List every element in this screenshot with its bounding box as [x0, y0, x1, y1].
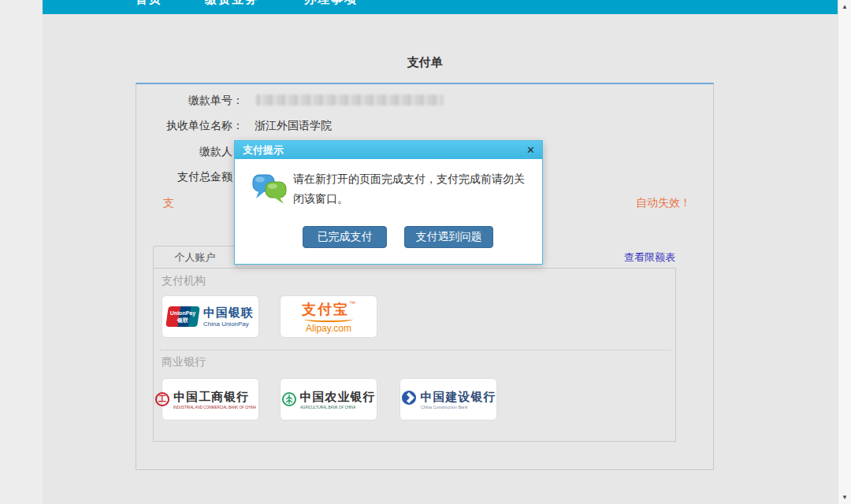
- abc-name-cn: 中国农业银行: [300, 390, 376, 405]
- alipay-trademark: ™: [349, 300, 355, 307]
- dialog-message: 请在新打开的页面完成支付，支付完成前请勿关闭该窗口。: [293, 169, 530, 209]
- unionpay-badge-cn: 银联: [167, 317, 199, 324]
- receiving-unit-value: 浙江外国语学院: [255, 119, 332, 133]
- page-scrollbar[interactable]: ▲ ▼: [838, 0, 851, 504]
- dialog-titlebar: 支付提示 ✕: [235, 141, 542, 159]
- icbc-logo-icon: 工: [155, 392, 169, 406]
- unionpay-logo-icon: UnionPay 银联: [165, 306, 200, 327]
- alipay-name-en: Alipay.com: [302, 323, 355, 334]
- icbc-name-en: INDUSTRIAL AND COMMERCIAL BANK OF CHINA: [173, 405, 256, 409]
- payer-label: 缴款人：: [136, 145, 243, 159]
- institutions-section-label: 支付机构: [162, 274, 206, 288]
- expiry-warning-fragment-left: 支: [163, 196, 174, 210]
- unionpay-badge-en: UnionPay: [167, 309, 199, 317]
- dialog-title: 支付提示: [243, 144, 284, 156]
- ccb-logo-icon: [401, 390, 417, 409]
- expiry-warning-fragment-right: 自动失效！: [636, 196, 691, 210]
- view-limit-table-link[interactable]: 查看限额表: [624, 250, 675, 265]
- scroll-down-icon[interactable]: ▼: [838, 494, 851, 501]
- total-amount-label: 支付总金额：: [136, 170, 243, 184]
- abc-name-en: AGRICULTURAL BANK OF CHINA: [300, 405, 368, 409]
- top-nav-bar: 首页 缴费业务 办理事项: [43, 0, 838, 14]
- nav-item-payment-business[interactable]: 缴费业务: [205, 0, 258, 7]
- payment-option-abc[interactable]: 中国农业银行 AGRICULTURAL BANK OF CHINA: [280, 378, 377, 421]
- ccb-name-cn: 中国建设银行: [421, 390, 496, 405]
- page-title: 支付单: [136, 55, 714, 70]
- payment-option-unionpay[interactable]: UnionPay 银联 中国银联 China UnionPay: [162, 295, 259, 338]
- payment-completed-button[interactable]: 已完成支付: [303, 226, 387, 248]
- abc-logo-icon: [282, 392, 296, 406]
- receiving-unit-label: 执收单位名称：: [136, 119, 243, 133]
- payment-option-alipay[interactable]: 支付宝™ Alipay.com: [280, 295, 377, 338]
- icbc-name-cn: 中国工商银行: [173, 390, 266, 405]
- section-divider: [160, 350, 671, 350]
- payment-problem-button[interactable]: 支付遇到问题: [404, 226, 493, 248]
- unionpay-name-en: China UnionPay: [203, 321, 254, 328]
- payment-option-ccb[interactable]: 中国建设银行 China Construction Bank: [399, 378, 497, 421]
- close-icon[interactable]: ✕: [526, 143, 535, 158]
- payment-number-redacted-value: [256, 94, 444, 106]
- nav-item-services[interactable]: 办理事项: [304, 0, 358, 7]
- unionpay-name-cn: 中国银联: [203, 306, 254, 321]
- chat-bubbles-icon: [252, 172, 288, 207]
- alipay-name-cn: 支付宝: [302, 302, 349, 317]
- ccb-name-en: China Construction Bank: [421, 405, 489, 409]
- payment-number-label: 缴款单号：: [136, 94, 243, 108]
- nav-item-home[interactable]: 首页: [136, 0, 162, 7]
- scroll-up-icon[interactable]: ▲: [838, 3, 851, 10]
- payment-option-icbc[interactable]: 工 中国工商银行 INDUSTRIAL AND COMMERCIAL BANK …: [162, 378, 259, 421]
- payment-prompt-dialog: 支付提示 ✕ 请在新打开的页面完成支付，支付完成前请勿关闭该窗口。 已完成支付 …: [234, 140, 543, 265]
- banks-section-label: 商业银行: [162, 355, 206, 369]
- payment-methods-box: 支付机构 UnionPay 银联 中国银联 China UnionPay 支付宝…: [153, 268, 676, 442]
- tab-personal-account[interactable]: 个人账户: [153, 246, 237, 269]
